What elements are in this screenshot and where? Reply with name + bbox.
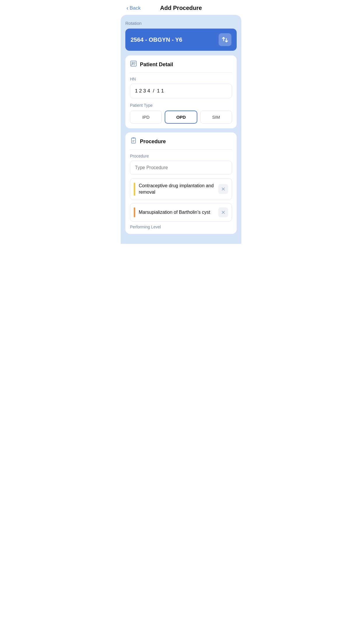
patient-type-group: IPD OPD SIM [130,111,232,124]
patient-type-sim[interactable]: SIM [200,111,232,124]
main-content: Rotation 2564 - OBGYN - Y6 Patient Detai… [121,15,241,244]
procedure-label: Procedure [130,154,232,158]
patient-type-label: Patient Type [130,103,232,108]
patient-detail-title: Patient Detail [140,62,173,68]
patient-type-opd[interactable]: OPD [165,111,197,124]
patient-type-ipd[interactable]: IPD [130,111,162,124]
rotation-button[interactable]: 2564 - OBGYN - Y6 [125,29,237,51]
patient-icon [130,60,137,69]
procedure-item-text: Marsupialization of Bartholin’s cyst [139,209,216,216]
rotation-value: 2564 - OBGYN - Y6 [131,36,182,43]
remove-procedure-button[interactable] [218,184,228,194]
remove-procedure-button[interactable] [218,207,228,217]
performing-level-label: Performing Level [130,225,232,229]
hn-input[interactable] [130,84,232,98]
procedure-item: Contraceptive drug implantation and remo… [130,178,232,200]
swap-icon [219,33,231,46]
svg-point-1 [132,62,133,64]
procedure-title: Procedure [140,139,166,145]
back-label: Back [130,5,141,11]
accent-bar-orange [134,207,135,217]
chevron-left-icon: ‹ [126,5,129,11]
procedure-card: Procedure Procedure Contraceptive drug i… [125,132,237,234]
patient-detail-card: Patient Detail HN Patient Type IPD OPD S… [125,55,237,128]
procedure-item: Marsupialization of Bartholin’s cyst [130,203,232,222]
procedure-icon [130,137,137,146]
back-button[interactable]: ‹ Back [126,5,140,11]
procedure-item-text: Contraceptive drug implantation and remo… [139,183,216,196]
page-title: Add Procedure [160,5,202,11]
rotation-label: Rotation [125,21,237,26]
header: ‹ Back Add Procedure [121,0,241,15]
hn-label: HN [130,77,232,81]
accent-bar-yellow [134,183,135,196]
patient-detail-header: Patient Detail [130,60,232,73]
procedure-header: Procedure [130,137,232,150]
procedure-input[interactable] [130,161,232,175]
